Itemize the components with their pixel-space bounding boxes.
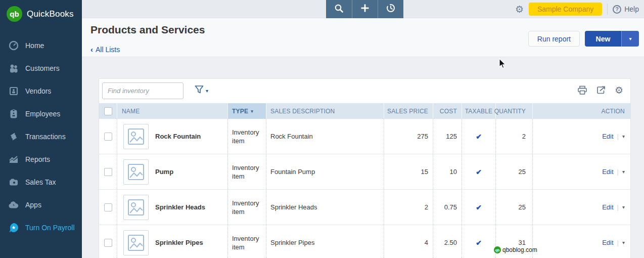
sidebar-item-apps[interactable]: Apps <box>0 193 82 216</box>
topbar-icon-group <box>326 0 403 18</box>
company-selector[interactable]: Sample Company <box>529 3 602 16</box>
edit-link[interactable]: Edit <box>602 203 613 211</box>
sidebar-item-label: Home <box>25 41 44 50</box>
sidebar-item-turn-on-payroll[interactable]: Turn On Payroll <box>0 216 82 239</box>
export-icon[interactable] <box>596 85 606 95</box>
search-button[interactable] <box>326 0 352 18</box>
table-row: Sprinkler Pipes Inventory item Sprinkler… <box>99 225 630 258</box>
table-settings-gear-icon[interactable]: ⚙ <box>615 85 623 95</box>
page-header: Products and Services ‹ All Lists Run re… <box>82 18 644 57</box>
sidebar-nav: Home Customers Vendors Employees Transac… <box>0 34 82 239</box>
sidebar-item-label: Sales Tax <box>25 178 56 186</box>
column-header-sales-description[interactable]: SALES DESCRIPTION <box>266 103 384 119</box>
action-caret-icon[interactable]: ▾ <box>622 204 625 210</box>
sidebar-item-employees[interactable]: Employees <box>0 102 82 125</box>
column-header-name[interactable]: NAME <box>117 103 227 119</box>
action-caret-icon[interactable]: ▾ <box>622 134 625 139</box>
print-icon[interactable] <box>577 85 587 95</box>
sidebar-item-label: Reports <box>25 155 50 163</box>
sort-caret-icon: ▾ <box>251 109 253 114</box>
product-type: Inventory item <box>232 234 266 251</box>
sales-description: Fountain Pump <box>270 168 315 176</box>
edit-link[interactable]: Edit <box>602 239 613 246</box>
chevron-left-icon: ‹ <box>90 45 93 54</box>
product-image-placeholder[interactable] <box>123 124 149 149</box>
help-button[interactable]: ? Help <box>613 5 639 14</box>
quantity: 2 <box>522 133 526 140</box>
sales-price: 4 <box>425 239 428 246</box>
plus-icon <box>360 3 370 15</box>
edit-link[interactable]: Edit <box>602 133 613 140</box>
sales-price: 275 <box>417 133 428 140</box>
row-checkbox[interactable] <box>104 239 112 247</box>
product-name[interactable]: Rock Fountain <box>155 133 201 140</box>
taxable-check-icon: ✔ <box>476 239 482 247</box>
sidebar-item-label: Turn On Payroll <box>25 224 75 232</box>
breadcrumb-all-lists[interactable]: ‹ All Lists <box>90 45 120 54</box>
sidebar-item-reports[interactable]: Reports <box>0 148 82 170</box>
table-row: Rock Fountain Inventory item Rock Founta… <box>99 119 630 154</box>
product-type: Inventory item <box>232 199 266 216</box>
product-image-placeholder[interactable] <box>123 230 149 255</box>
settings-gear-icon[interactable]: ⚙ <box>515 5 524 14</box>
row-checkbox[interactable] <box>104 168 112 176</box>
cost: 10 <box>450 168 457 176</box>
select-all-checkbox[interactable] <box>104 107 112 115</box>
sidebar-item-label: Apps <box>25 201 41 209</box>
breadcrumb-label: All Lists <box>96 46 120 54</box>
action-divider: | <box>617 133 619 140</box>
help-label: Help <box>624 5 639 13</box>
speedometer-icon <box>9 40 19 51</box>
sidebar-item-sales-tax[interactable]: Sales Tax <box>0 170 82 193</box>
product-image-placeholder[interactable] <box>123 159 149 185</box>
cost: 0.75 <box>444 203 457 211</box>
customers-icon <box>9 63 19 73</box>
column-header-type-label: TYPE <box>232 108 248 115</box>
sales-tax-icon <box>9 177 19 187</box>
topbar-divider <box>607 4 608 15</box>
sales-price: 15 <box>421 168 428 176</box>
product-name[interactable]: Sprinkler Heads <box>155 203 205 211</box>
filter-button[interactable]: ▾ <box>194 84 208 97</box>
product-image-placeholder[interactable] <box>123 195 149 220</box>
column-header-cost[interactable]: COST <box>433 103 462 119</box>
sidebar-item-transactions[interactable]: Transactions <box>0 125 82 148</box>
new-button[interactable]: New <box>585 31 621 47</box>
column-header-action: ACTION <box>532 103 630 119</box>
app-title: QuickBooks <box>27 9 74 19</box>
run-report-button[interactable]: Run report <box>528 31 580 47</box>
transactions-icon <box>9 132 19 142</box>
column-header-taxable[interactable]: TAXABLE <box>462 103 495 119</box>
table-header-row: NAME TYPE ▾ SALES DESCRIPTION SALES PRIC… <box>99 103 630 119</box>
row-checkbox[interactable] <box>104 133 112 141</box>
sidebar-item-vendors[interactable]: Vendors <box>0 79 82 102</box>
action-caret-icon[interactable]: ▾ <box>622 240 625 245</box>
action-divider: | <box>617 168 619 176</box>
find-inventory-input[interactable] <box>102 82 183 99</box>
table-row: Sprinkler Heads Inventory item Sprinkler… <box>99 190 630 225</box>
edit-link[interactable]: Edit <box>602 168 613 176</box>
column-header-sales-price[interactable]: SALES PRICE <box>384 103 433 119</box>
watermark: qb qboblog.com <box>494 246 537 253</box>
row-checkbox[interactable] <box>104 203 112 211</box>
recent-transactions-button[interactable] <box>378 0 403 18</box>
products-services-card: ▾ ⚙ NAME TYPE ▾ SALES DESCRIPTIO <box>99 78 631 258</box>
main-content: ▾ ⚙ NAME TYPE ▾ SALES DESCRIPTIO <box>82 57 644 258</box>
product-name[interactable]: Pump <box>155 168 173 176</box>
cost: 125 <box>446 133 457 140</box>
new-dropdown-button[interactable]: ▾ <box>621 31 639 47</box>
sidebar-item-label: Customers <box>25 64 60 72</box>
create-new-button[interactable] <box>352 0 378 18</box>
sidebar-item-customers[interactable]: Customers <box>0 57 82 79</box>
sidebar-item-home[interactable]: Home <box>0 34 82 57</box>
quantity: 25 <box>519 168 526 176</box>
sales-description: Rock Fountain <box>270 133 313 140</box>
employees-icon <box>9 109 19 119</box>
action-caret-icon[interactable]: ▾ <box>622 169 625 175</box>
taxable-check-icon: ✔ <box>476 168 482 176</box>
app-logo[interactable]: qb QuickBooks <box>0 0 82 27</box>
column-header-quantity[interactable]: QUANTITY <box>495 103 532 119</box>
filter-funnel-icon <box>194 84 204 97</box>
product-name[interactable]: Sprinkler Pipes <box>155 239 203 246</box>
column-header-type[interactable]: TYPE ▾ <box>227 103 266 119</box>
